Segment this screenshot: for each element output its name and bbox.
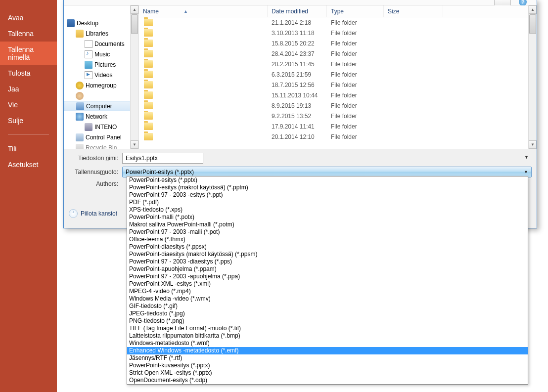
format-option[interactable]: Laitteistosta riippumaton bittikartta (*… — [127, 332, 528, 340]
file-type: File folder — [327, 71, 384, 78]
tree-label: Videos — [94, 72, 112, 79]
sidebar-item-close[interactable]: Sulje — [0, 113, 57, 129]
sidebar-item-print[interactable]: Tulosta — [0, 65, 57, 81]
scroll-down-icon[interactable]: ▼ — [529, 140, 537, 149]
file-row[interactable]: 9.2.2015 13:52File folder — [139, 111, 537, 121]
desktop-icon — [67, 19, 75, 27]
scroll-down-icon[interactable]: ▼ — [131, 140, 138, 149]
tree-label: Libraries — [86, 30, 108, 37]
format-option[interactable]: XPS-tiedosto (*.xps) — [127, 206, 528, 214]
format-label: Tallennusmuoto: — [69, 169, 122, 175]
format-option[interactable]: PowerPoint-diaesitys (makrot käytössä) (… — [127, 251, 528, 258]
format-option[interactable]: Enhanced Windows -metatiedosto (*.emf) — [127, 347, 528, 354]
file-date: 6.3.2015 21:59 — [268, 71, 327, 78]
tree-label: Documents — [94, 41, 125, 47]
tree-libraries[interactable]: Libraries — [64, 28, 138, 39]
format-option[interactable]: PowerPoint 97 - 2003 -apuohjelma (*.ppa) — [127, 273, 528, 280]
sidebar-item-saveas[interactable]: Tallenna nimellä — [0, 42, 57, 65]
file-row[interactable]: 20.1.2014 12:10File folder — [139, 131, 537, 142]
tree-recyclebin[interactable]: Recycle Bin — [64, 142, 138, 149]
sidebar-item-save[interactable]: Tallenna — [0, 26, 57, 42]
file-row[interactable]: 6.3.2015 21:59File folder — [139, 69, 537, 80]
format-option[interactable]: Jäsennys/RTF (*.rtf) — [127, 354, 528, 362]
format-option[interactable]: PowerPoint-apuohjelma (*.ppam) — [127, 265, 528, 273]
scroll-thumb[interactable] — [529, 14, 536, 34]
file-type: File folder — [327, 40, 384, 47]
dropdown-arrow-icon[interactable]: ▼ — [524, 155, 529, 160]
filename-input[interactable] — [122, 153, 203, 164]
tree-desktop[interactable]: Desktop — [64, 18, 138, 28]
folder-icon — [144, 123, 153, 130]
tree-label: Pictures — [94, 61, 116, 68]
format-option[interactable]: MPEG-4 -video (*.mp4) — [127, 288, 528, 295]
file-row[interactable]: 20.2.2015 11:45File folder — [139, 59, 537, 69]
sidebar-item-open[interactable]: Avaa — [0, 10, 57, 26]
sidebar-item-export[interactable]: Vie — [0, 97, 57, 113]
format-option[interactable]: TIFF (Tag Image File Format) -muoto (*.t… — [127, 325, 528, 332]
format-option[interactable]: PowerPoint-esitys (makrot käytössä) (*.p… — [127, 184, 528, 191]
scroll-up-icon[interactable]: ▲ — [131, 5, 138, 14]
file-row[interactable]: 3.10.2013 11:18File folder — [139, 28, 537, 38]
format-option[interactable]: Office-teema (*.thmx) — [127, 236, 528, 243]
format-option[interactable]: PowerPoint-malli (*.potx) — [127, 214, 528, 221]
format-option[interactable]: PNG-tiedosto (*.png) — [127, 317, 528, 325]
format-option[interactable]: Strict Open XML -esitys (*.pptx) — [127, 369, 528, 377]
format-option[interactable]: PowerPoint-diaesitys (*.ppsx) — [127, 243, 528, 251]
format-option[interactable]: OpenDocument-esitys (*.odp) — [127, 377, 528, 384]
tree-scrollbar[interactable]: ▲ ▼ — [130, 5, 138, 149]
format-option[interactable]: PowerPoint XML -esitys (*.xml) — [127, 280, 528, 288]
backstage-sidebar: Avaa Tallenna Tallenna nimellä Tulosta J… — [0, 0, 57, 392]
file-row[interactable]: 17.9.2014 11:41File folder — [139, 121, 537, 131]
format-option[interactable]: GIF-tiedosto (*.gif) — [127, 303, 528, 310]
sidebar-item-options[interactable]: Asetukset — [0, 157, 57, 173]
format-option[interactable]: PDF (*.pdf) — [127, 199, 528, 206]
format-option[interactable]: JPEG-tiedosto (*.jpg) — [127, 310, 528, 317]
authors-label: Authors: — [69, 180, 122, 187]
file-row[interactable]: 8.9.2015 19:13File folder — [139, 100, 537, 111]
tree-documents[interactable]: Documents — [64, 39, 138, 49]
format-option[interactable]: PowerPoint 97 - 2003 -malli (*.pot) — [127, 228, 528, 236]
file-row[interactable]: 21.1.2014 2:18File folder — [139, 17, 537, 28]
column-label: Name — [143, 8, 159, 15]
column-type[interactable]: Type — [327, 5, 384, 17]
tree-network[interactable]: Network — [64, 111, 138, 122]
dropdown-arrow-icon: ▼ — [524, 170, 528, 174]
format-dropdown-list[interactable]: PowerPoint-esitys (*.pptx)PowerPoint-esi… — [127, 176, 528, 385]
scroll-up-icon[interactable]: ▲ — [529, 5, 537, 14]
pictures-icon — [85, 61, 92, 69]
format-option[interactable]: Makrot salliva PowerPoint-malli (*.potm) — [127, 221, 528, 228]
tree-videos[interactable]: Videos — [64, 70, 138, 80]
file-row[interactable]: 28.4.2014 23:37File folder — [139, 48, 537, 59]
format-option[interactable]: PowerPoint 97 - 2003 -diaesitys (*.pps) — [127, 258, 528, 265]
column-date[interactable]: Date modified — [268, 5, 327, 17]
file-row[interactable]: 18.7.2015 12:56File folder — [139, 80, 537, 90]
column-name[interactable]: Name▲ — [139, 5, 268, 17]
sidebar-item-account[interactable]: Tili — [0, 141, 57, 157]
format-option[interactable]: PowerPoint-kuvaesitys (*.pptx) — [127, 362, 528, 369]
tree-pictures[interactable]: Pictures — [64, 59, 138, 70]
format-option[interactable]: Windows-metatiedosto (*.wmf) — [127, 340, 528, 347]
tree-label: Network — [86, 113, 107, 120]
file-row[interactable]: 15.8.2015 20:22File folder — [139, 38, 537, 48]
tree-homegroup[interactable]: Homegroup — [64, 80, 138, 90]
scroll-thumb[interactable] — [131, 14, 138, 34]
homegroup-icon — [76, 82, 84, 89]
format-option[interactable]: Windows Media -video (*.wmv) — [127, 295, 528, 303]
folder-icon — [144, 29, 153, 37]
sidebar-item-share[interactable]: Jaa — [0, 81, 57, 97]
tree-controlpanel[interactable]: Control Panel — [64, 132, 138, 142]
tree-user[interactable] — [64, 90, 138, 101]
folder-icon — [144, 60, 153, 68]
file-row[interactable]: 15.11.2013 10:44File folder — [139, 90, 537, 100]
tree-music[interactable]: Music — [64, 49, 138, 59]
music-icon — [85, 50, 92, 58]
tree-inteno[interactable]: INTENO — [64, 122, 138, 132]
format-option[interactable]: PowerPoint-esitys (*.pptx) — [127, 176, 528, 184]
tree-computer[interactable]: Computer — [64, 101, 138, 111]
file-type: File folder — [327, 102, 384, 109]
dialog-toolbar: ? — [64, 0, 537, 5]
column-size[interactable]: Size — [384, 5, 443, 17]
format-option[interactable]: PowerPoint 97 - 2003 -esitys (*.ppt) — [127, 191, 528, 199]
hide-folders-button[interactable]: ˄ Piilota kansiot — [69, 209, 117, 218]
list-scrollbar[interactable]: ▲ ▼ — [528, 5, 537, 149]
